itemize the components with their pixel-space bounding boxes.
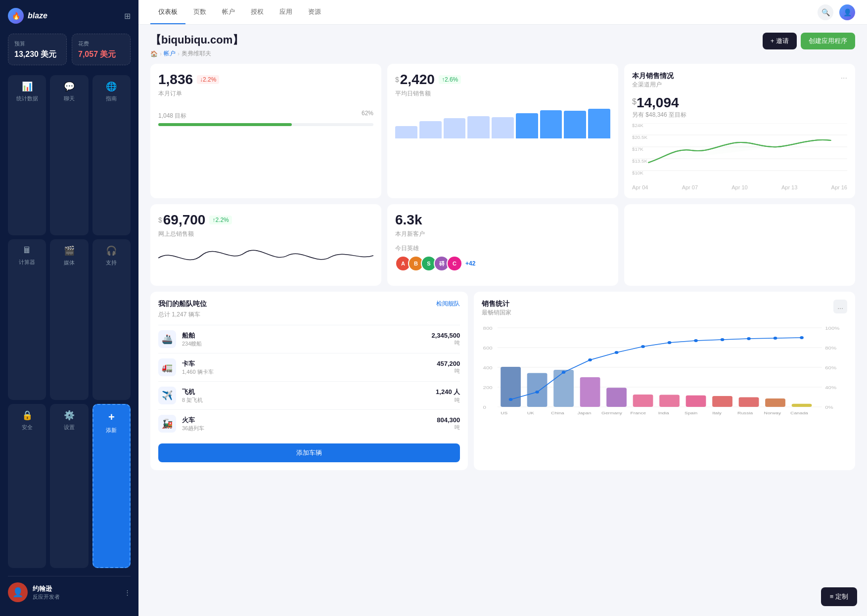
- sidebar-item-calculator-label: 计算器: [19, 259, 35, 266]
- sidebar-item-stats[interactable]: 📊 统计数据: [8, 75, 46, 235]
- svg-text:Germany: Germany: [601, 411, 622, 415]
- fleet-item-ship: 🚢 船舶 234艘船 2,345,500 吨: [158, 325, 460, 353]
- create-app-button[interactable]: 创建应用程序: [801, 33, 855, 49]
- sidebar-item-add-label: 添新: [106, 427, 117, 434]
- fleet-plane-unit: 吨: [436, 396, 460, 404]
- online-dollar: $: [158, 216, 162, 224]
- invite-button[interactable]: + 邀请: [763, 33, 797, 49]
- fleet-train-count: 36趟列车: [182, 425, 431, 432]
- mini-bar-2: [444, 118, 466, 138]
- svg-text:Russia: Russia: [737, 411, 753, 415]
- breadcrumb-accounts[interactable]: 帐户: [164, 49, 176, 58]
- tab-auth[interactable]: 授权: [243, 0, 272, 24]
- expense-card: 花费 7,057 美元: [72, 34, 131, 65]
- monthly-sales-card: 本月销售情况 全渠道用户 ... $ 14,094 另有 $48,346 至目标: [624, 64, 855, 198]
- user-role: 反应开发者: [33, 593, 119, 601]
- fleet-ship-unit: 吨: [431, 339, 460, 347]
- svg-rect-23: [580, 377, 600, 407]
- sidebar-item-calculator[interactable]: 🖩 计算器: [8, 239, 46, 399]
- orders-value: 1,836: [158, 72, 193, 88]
- online-sales-label: 网上总销售额: [158, 230, 373, 238]
- svg-text:France: France: [631, 411, 646, 415]
- hero-avatars: A B S 碍 C +42: [395, 256, 610, 271]
- fleet-title: 我们的船队吨位: [158, 300, 207, 308]
- mini-bar-8: [588, 109, 610, 138]
- tab-accounts[interactable]: 帐户: [214, 0, 243, 24]
- sidebar-item-chat-label: 聊天: [64, 95, 75, 102]
- sidebar-item-guide[interactable]: 🌐 指南: [92, 75, 131, 235]
- svg-text:$13.5K: $13.5K: [632, 158, 648, 164]
- svg-point-38: [668, 341, 672, 344]
- user-more-icon[interactable]: ⋮: [124, 589, 131, 596]
- sales-stats-more[interactable]: ...: [833, 300, 847, 313]
- svg-text:$10K: $10K: [632, 170, 644, 176]
- sales-stats-chart: 800 600 400 200 0: [482, 323, 847, 422]
- fleet-train-num: 804,300: [437, 416, 460, 424]
- train-icon: 🚂: [158, 415, 176, 433]
- breadcrumb-sep-2: ›: [178, 50, 180, 57]
- svg-point-42: [774, 337, 777, 340]
- fleet-plane-num: 1,240 人: [436, 388, 460, 396]
- svg-point-43: [800, 336, 804, 339]
- breadcrumb-current: 奥弗维耶夫: [182, 49, 211, 58]
- daily-sales-chart: [395, 104, 610, 138]
- svg-rect-26: [659, 395, 680, 407]
- sidebar-item-chat[interactable]: 💬 聊天: [50, 75, 88, 235]
- fleet-ship-info: 船舶 234艘船: [182, 331, 425, 348]
- page-header: 【biqubiqu.com】 🏠 › 帐户 › 奥弗维耶夫 + 邀请 创建应用程…: [150, 33, 855, 58]
- online-sales-value: 69,700: [163, 212, 206, 228]
- sidebar-item-security[interactable]: 🔒 安全: [8, 404, 46, 568]
- svg-text:$20.5K: $20.5K: [632, 134, 648, 140]
- monthly-sales-sub: 全渠道用户: [632, 81, 674, 89]
- expense-value: 7,057 美元: [78, 49, 124, 59]
- sales-stats-header: 销售统计 最畅销国家 ...: [482, 300, 847, 321]
- sidebar-item-support[interactable]: 🎧 支持: [92, 239, 131, 399]
- svg-point-40: [721, 338, 725, 341]
- online-sales-change: ↑2.2%: [209, 216, 231, 224]
- svg-text:India: India: [658, 411, 670, 415]
- tab-dashboard[interactable]: 仪表板: [150, 0, 185, 24]
- customize-button[interactable]: ≡ 定制: [821, 587, 857, 606]
- breadcrumb-home[interactable]: 🏠: [150, 50, 158, 57]
- orders-header: 1,836 ↓2.2%: [158, 72, 373, 88]
- new-customers-label: 本月新客户: [395, 230, 610, 238]
- fleet-plane-value: 1,240 人 吨: [436, 388, 460, 404]
- daily-sales-change: ↑2.6%: [439, 75, 461, 84]
- fleet-truck-value: 457,200 吨: [437, 360, 460, 375]
- sidebar-item-settings[interactable]: ⚙️ 设置: [50, 404, 88, 568]
- svg-point-34: [562, 371, 566, 374]
- user-avatar: 👤: [8, 582, 28, 602]
- svg-rect-28: [712, 396, 732, 407]
- logo-text: blaze: [28, 11, 47, 20]
- sidebar-user: 👤 约翰逊 反应开发者 ⋮: [8, 576, 131, 608]
- svg-text:Italy: Italy: [712, 411, 722, 415]
- add-vehicle-button[interactable]: 添加车辆: [158, 443, 460, 462]
- budget-card: 预算 13,230 美元: [8, 34, 67, 65]
- svg-rect-27: [686, 396, 706, 407]
- content-area: 【biqubiqu.com】 🏠 › 帐户 › 奥弗维耶夫 + 邀请 创建应用程…: [138, 25, 867, 616]
- tab-pages[interactable]: 页数: [185, 0, 214, 24]
- sales-stats-card: 销售统计 最畅销国家 ... 800 600 400 200 0: [474, 292, 855, 470]
- sidebar-item-add[interactable]: + 添新: [92, 404, 131, 568]
- sidebar-item-media[interactable]: 🎬 媒体: [50, 239, 88, 399]
- x-label-1: Apr 04: [632, 184, 648, 190]
- svg-text:200: 200: [483, 385, 493, 390]
- page-title-area: 【biqubiqu.com】 🏠 › 帐户 › 奥弗维耶夫: [150, 33, 243, 58]
- hero-count: +42: [465, 260, 475, 267]
- svg-text:$17K: $17K: [632, 146, 644, 152]
- monthly-sales-more[interactable]: ...: [841, 72, 847, 81]
- main: 仪表板 页数 帐户 授权 应用 资源 🔍 👤 【biqubiqu.com】 🏠 …: [138, 0, 867, 616]
- svg-text:China: China: [551, 411, 565, 415]
- fleet-link[interactable]: 检阅舰队: [436, 300, 460, 308]
- tab-resources[interactable]: 资源: [300, 0, 329, 24]
- sidebar-settings-icon[interactable]: ⊞: [124, 11, 131, 21]
- tab-apps[interactable]: 应用: [272, 0, 300, 24]
- sales-stats-sub: 最畅销国家: [482, 308, 511, 317]
- svg-point-35: [589, 358, 593, 361]
- user-avatar-button[interactable]: 👤: [839, 4, 855, 20]
- fleet-train-value: 804,300 吨: [437, 416, 460, 431]
- new-cust-header: 6.3k: [395, 212, 610, 228]
- svg-text:0%: 0%: [825, 405, 833, 410]
- search-button[interactable]: 🔍: [818, 4, 833, 20]
- fleet-train-info: 火车 36趟列车: [182, 416, 431, 432]
